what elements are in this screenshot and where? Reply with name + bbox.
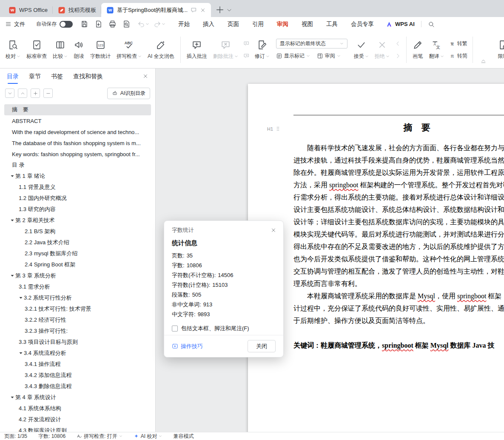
ribbon-collapse-icon[interactable] (481, 58, 486, 64)
toc-item[interactable]: 4.1 系统体系结构 (0, 403, 155, 414)
toc-item[interactable]: 3.2.3 操作可行性: (0, 326, 155, 337)
toc-item[interactable]: With the rapid development of science an… (0, 126, 155, 137)
print-icon[interactable] (108, 20, 117, 28)
spellcheck-button[interactable]: ABC拼写检查 (114, 34, 145, 66)
toc-item[interactable]: 2.3 mysql 数据库介绍 (0, 248, 155, 259)
panel-tab-章节[interactable]: 章节 (29, 73, 41, 80)
document-page[interactable]: H1 摘 要 随着科学技术的飞速发展，社会的方方面面、各行各业都在努力与进技术接… (248, 84, 504, 432)
tab-comment-icon[interactable] (191, 7, 197, 13)
toc-item[interactable]: ABSTRACT (0, 115, 155, 126)
track-changes-button[interactable]: 修订 (252, 34, 273, 66)
document-line[interactable]: 行需求分析，得出系统的主要功能。接着对系统进行总体设计和详细设 (293, 191, 504, 203)
to-traditional-button[interactable]: 繁转繁 (449, 39, 467, 48)
show-markup-button[interactable]: 显示标记 (276, 51, 310, 60)
document-heading[interactable]: 摘 要 (293, 121, 504, 134)
read-aloud-button[interactable]: 朗读 (71, 34, 87, 66)
document-line[interactable]: 关键词：鞋履商城管理系统，springboot 框架 Mysql 数据库 Jav… (293, 339, 504, 351)
window-tab[interactable]: WWPS Office (3, 3, 53, 17)
tab-list-chevron-icon[interactable] (226, 7, 232, 13)
toc-item[interactable]: 3.1 需求分析 (0, 281, 155, 292)
toc-item[interactable]: 3.4.1 操作流程 (0, 359, 155, 370)
toc-minus-button[interactable] (43, 89, 53, 98)
document-line[interactable]: 也为今后开发类似系统提供了借鉴和帮助。这种个性化的网上管理系统 (293, 253, 504, 265)
ai-recognize-toc-button[interactable]: AI识别目录 (107, 88, 150, 99)
document-line[interactable]: 模块实现关键代码等。最后对系统进行功能测试，并对测试结果进行分 (293, 228, 504, 240)
caret-solid-icon[interactable] (9, 173, 15, 179)
document-line[interactable]: 设计等；详细设计主要包括系统数据库访问的实现，主要功能模块的具 (293, 216, 504, 228)
document-line[interactable]: 方法，采用 springboot 框架构建的一个管理系统。整个开发过程首先对鞋 (293, 179, 504, 191)
status-item[interactable]: AI 校对 (134, 433, 162, 440)
toc-item[interactable]: 第 2 章相关技术 (0, 215, 155, 226)
redo-button[interactable] (154, 20, 165, 28)
document-line[interactable]: 设计主要包括系统功能设计、系统总体结构设计、系统数据结构设计和 (293, 203, 504, 216)
autosave-toggle[interactable] (60, 21, 73, 28)
preview-icon[interactable] (122, 20, 131, 28)
toc-item[interactable]: 4.3 数据库设计原则 (0, 425, 155, 432)
toc-item[interactable]: 2.1 B/S 架构 (0, 226, 155, 237)
document-line[interactable] (293, 327, 504, 339)
caret-solid-icon[interactable] (9, 394, 15, 400)
save-icon[interactable] (80, 20, 88, 28)
panel-tab-书签[interactable]: 书签 (51, 73, 63, 80)
document-line[interactable]: 计过程中，充分保证了系统代码的良好可读性、实用性、易扩展性、通 (293, 302, 504, 314)
markup-state-combobox[interactable]: 显示标记的最终状态 (276, 39, 347, 49)
toc-item[interactable]: 3.2 系统可行性分析 (0, 292, 155, 303)
restrict-button[interactable]: 限制 (495, 34, 504, 66)
toc-item[interactable]: 4.2 开发流程设计 (0, 414, 155, 425)
ribbon-tab-工具[interactable]: 工具 (326, 20, 338, 28)
toc-item[interactable]: 第 4 章 系统设计 (0, 392, 155, 403)
pen-button[interactable]: 画笔 (410, 34, 426, 66)
review-pane-button[interactable]: 审阅 (317, 51, 341, 60)
drag-grip-icon[interactable] (275, 126, 281, 131)
word-count-button[interactable]: 123字数统计 (87, 34, 114, 66)
toc-item[interactable]: 2.4 Spring Boot 框架 (0, 259, 155, 270)
toc-item[interactable]: 3.4.3 删除信息流程 (0, 381, 155, 392)
toc-expand-up-button[interactable] (18, 89, 27, 98)
document-line[interactable]: 随着科学技术的飞速发展，社会的方方面面、各行各业都在努力与 (293, 142, 504, 154)
toc-item[interactable]: 2.2 Java 技术介绍 (0, 237, 155, 248)
toc-item[interactable]: 3.2.1 技术可行性: 技术背景 (0, 303, 155, 314)
heading-handle[interactable]: H1 (267, 126, 281, 131)
toc-item[interactable]: 目 录 (0, 160, 155, 171)
toc-item[interactable]: 第 1 章 绪论 (0, 171, 155, 182)
chevron-down-icon[interactable] (145, 22, 149, 26)
toc-item[interactable]: 3.3 项目设计目标与原则 (0, 337, 155, 348)
ribbon-tab-会员专享[interactable]: 会员专享 (351, 20, 374, 28)
window-tab[interactable]: 找稻壳模板 (53, 3, 101, 17)
panel-close-icon[interactable] (142, 73, 148, 79)
accept-button[interactable]: 接受 (351, 34, 372, 66)
next-comment-button[interactable] (243, 51, 250, 60)
panel-tab-查找和替换[interactable]: 查找和替换 (73, 73, 103, 80)
toc-item[interactable]: The database of this fashion shopping sy… (0, 137, 155, 149)
previous-change-button[interactable] (395, 39, 401, 48)
status-item[interactable]: 拼写检查: 打开 (77, 433, 122, 440)
toc-item[interactable]: 摘 要 (4, 104, 151, 115)
dialog-close-icon[interactable] (271, 227, 276, 233)
caret-solid-icon[interactable] (9, 273, 15, 279)
toc-plus-button[interactable] (31, 89, 40, 98)
document-line[interactable]: 除在外。鞋履商城管理系统是以实际运用为开发背景，运用软件工程原 (293, 166, 504, 179)
proofread-button[interactable]: 校对 (3, 34, 23, 66)
document-line[interactable]: 本鞋履商城管理系统采用的数据库是 Mysql，使用 springboot 框架 (293, 290, 504, 302)
toc-item[interactable]: 1.1 背景及意义 (0, 182, 155, 193)
document-tab[interactable]: W基于SpringBoot的鞋履商城... (101, 3, 211, 17)
ribbon-tab-审阅[interactable]: 审阅 (277, 20, 288, 28)
audit-button[interactable]: 标准审查 (23, 34, 50, 66)
status-item[interactable]: 字数: 10806 (38, 433, 65, 440)
ribbon-tab-开始[interactable]: 开始 (178, 20, 190, 28)
toc-item[interactable]: 第 3 章 系统分析 (0, 270, 155, 281)
undo-button[interactable] (137, 20, 149, 28)
ribbon-tab-引用[interactable]: 引用 (252, 20, 264, 28)
toc-item[interactable]: Key words: fashion shopping system, spri… (0, 149, 155, 160)
status-item[interactable]: 兼容模式 (173, 433, 194, 440)
document-line[interactable]: 得出系统中存在的不足及需要改进的地方，为以后的系统维护提供了方 (293, 240, 504, 253)
ribbon-tab-页面[interactable]: 页面 (228, 20, 239, 28)
document-body[interactable]: 随着科学技术的飞速发展，社会的方方面面、各行各业都在努力与进技术接轨，通过科技手… (293, 142, 504, 351)
compare-button[interactable]: 比较 (50, 34, 71, 66)
comment-delete-button[interactable]: 删除批注 (210, 34, 241, 66)
document-line[interactable]: 进技术接轨，通过科技手段来提高自身的优势，鞋履商城管理系统当然 (293, 154, 504, 166)
include-textbox-checkbox[interactable] (172, 326, 178, 331)
ribbon-tab-插入[interactable]: 插入 (203, 20, 214, 28)
export-icon[interactable] (94, 20, 103, 28)
toc-item[interactable]: 3.2.2 经济可行性 (0, 314, 155, 326)
